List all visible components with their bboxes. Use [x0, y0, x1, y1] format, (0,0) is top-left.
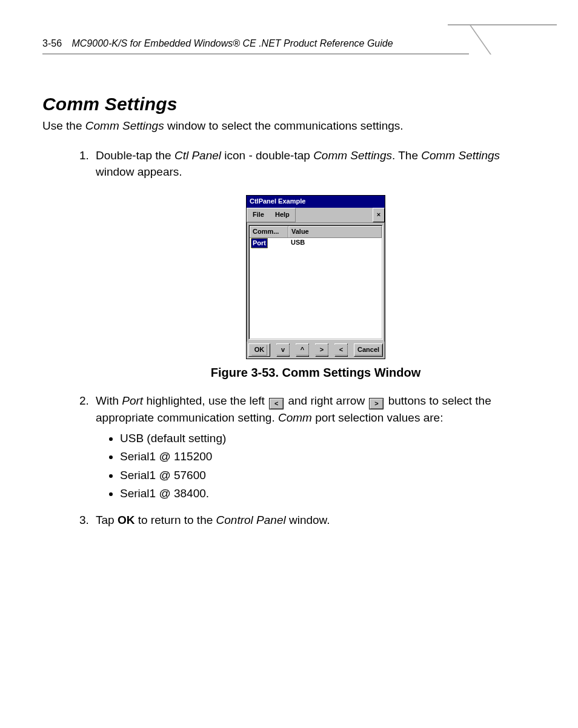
right-arrow-button[interactable]: > [315, 343, 328, 357]
section-intro: Use the Comm Settings window to select t… [42, 118, 536, 134]
up-arrow-button[interactable]: ^ [296, 343, 309, 357]
ok-button[interactable]: OK [248, 343, 270, 357]
dialog-button-bar: OK v ^ > < Cancel [247, 342, 385, 359]
figure-caption: Figure 3-53. Comm Settings Window [96, 364, 536, 382]
header-rule-top [448, 24, 557, 25]
ctlpanel-dialog: CtlPanel Example File Help × [246, 195, 385, 359]
header-rule-diagonal [408, 24, 491, 55]
step-3: Tap OK to return to the Control Panel wi… [92, 512, 536, 529]
port-value-cell: USB [290, 238, 306, 249]
dialog-menubar: File Help × [247, 208, 385, 223]
dialog-titlebar[interactable]: CtlPanel Example [247, 196, 385, 208]
port-values-list: USB (default setting) Serial1 @ 115200 S… [96, 430, 536, 502]
port-value-usb: USB (default setting) [120, 430, 536, 447]
steps-list: Double-tap the Ctl Panel icon - double-t… [42, 147, 536, 529]
header-rule [42, 53, 469, 55]
step-2: With Port highlighted, use the left < an… [92, 392, 536, 502]
list-row-port[interactable]: Port USB [250, 238, 382, 249]
step-1: Double-tap the Ctl Panel icon - double-t… [92, 147, 536, 382]
menu-file[interactable]: File [247, 208, 270, 222]
down-arrow-button[interactable]: v [276, 343, 290, 357]
inline-right-arrow-icon: > [369, 398, 384, 409]
list-header-comm[interactable]: Comm... [250, 226, 288, 237]
running-header: 3-56 MC9000-K/S for Embedded Windows® CE… [42, 38, 393, 49]
port-value-115200: Serial1 @ 115200 [120, 448, 536, 465]
menu-help[interactable]: Help [270, 208, 295, 222]
cancel-button[interactable]: Cancel [354, 343, 383, 357]
figure-3-53: CtlPanel Example File Help × [96, 195, 536, 382]
port-cell-selected: Port [251, 238, 268, 249]
close-icon[interactable]: × [373, 208, 385, 222]
page-number: 3-56 [42, 38, 62, 48]
port-value-38400: Serial1 @ 38400. [120, 485, 536, 502]
running-title: MC9000-K/S for Embedded Windows® CE .NET… [71, 38, 393, 48]
dialog-list[interactable]: Comm... Value Port USB [248, 225, 383, 340]
list-header-row: Comm... Value [250, 226, 382, 238]
port-value-57600: Serial1 @ 57600 [120, 467, 536, 484]
section-title: Comm Settings [42, 94, 536, 114]
list-header-value[interactable]: Value [288, 226, 382, 237]
left-arrow-button[interactable]: < [334, 343, 348, 357]
inline-left-arrow-icon: < [269, 398, 284, 409]
